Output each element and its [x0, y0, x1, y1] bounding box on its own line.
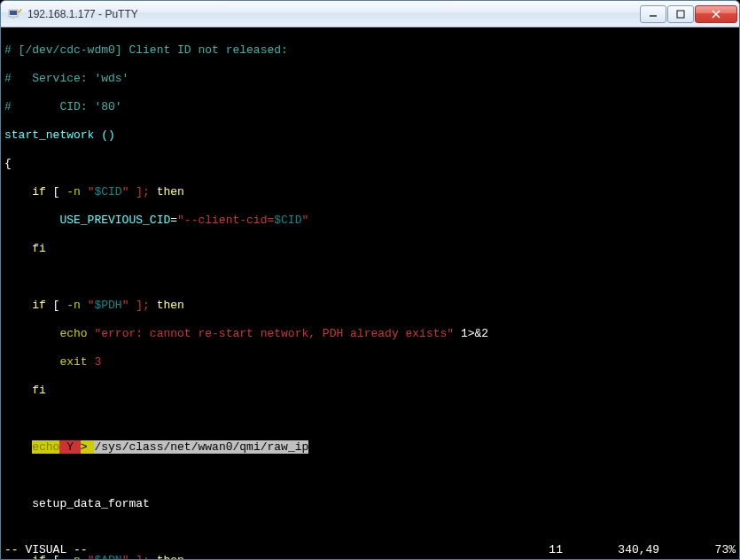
svg-rect-1 [10, 11, 17, 15]
maximize-button[interactable] [667, 5, 694, 23]
window-title: 192.168.1.177 - PuTTY [27, 8, 640, 20]
comment-line: # [/dev/cdc-wdm0] Client ID not released… [4, 43, 288, 57]
var: USE_PREVIOUS_CID [4, 214, 170, 227]
selected-text: /sys/class/net/wwan0/qmi/raw_ip [94, 440, 308, 454]
kw-fi: fi [4, 242, 46, 255]
comment-line: # Service: 'wds' [4, 72, 129, 85]
vim-statusline: -- VISUAL -- 11 340,49 73% [4, 543, 736, 557]
vim-mode: -- VISUAL -- [4, 543, 88, 557]
minimize-button[interactable] [640, 5, 666, 23]
svg-rect-2 [12, 17, 15, 19]
kw-if: if [4, 185, 46, 198]
putty-icon [8, 7, 22, 21]
vim-position: 11 340,49 73% [549, 543, 736, 557]
func-name: start_network () [4, 128, 115, 142]
echo-hl: echo [32, 440, 59, 454]
close-button[interactable] [695, 5, 737, 23]
window-controls [640, 5, 737, 23]
comment-line: # CID: '80' [4, 100, 122, 113]
brace: { [4, 157, 12, 170]
svg-rect-4 [677, 11, 684, 18]
titlebar[interactable]: 192.168.1.177 - PuTTY [1, 1, 739, 27]
terminal-area[interactable]: # [/dev/cdc-wdm0] Client ID not released… [1, 27, 739, 559]
putty-window: 192.168.1.177 - PuTTY # [/dev/cdc-wdm0] … [0, 0, 740, 560]
